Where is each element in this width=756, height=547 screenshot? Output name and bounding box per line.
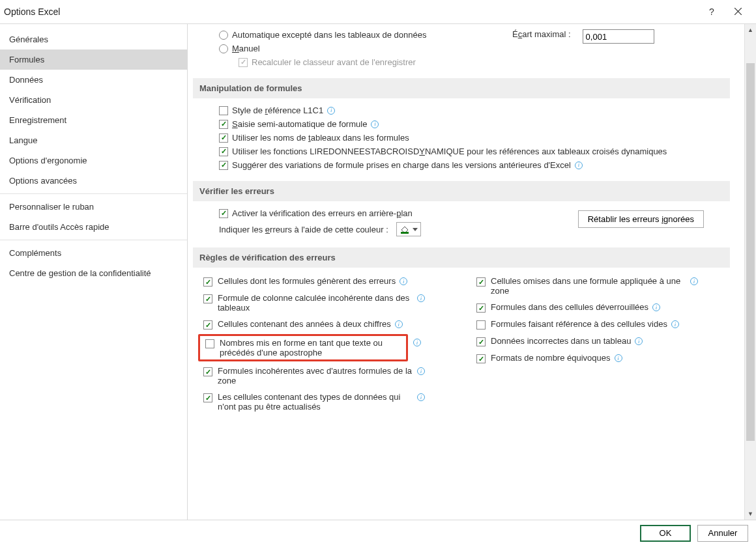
sidebar-item-formulas[interactable]: Formules bbox=[0, 49, 187, 70]
vertical-scrollbar[interactable]: ▲ ▼ bbox=[744, 24, 756, 520]
checkbox-autocomplete[interactable] bbox=[219, 120, 228, 129]
rule-checkbox[interactable] bbox=[476, 277, 486, 287]
info-icon[interactable] bbox=[417, 294, 425, 302]
radio-label: Automatique excepté dans les tableaux de… bbox=[232, 30, 427, 40]
info-icon[interactable] bbox=[395, 320, 403, 328]
checkbox-label: Recalculer le classeur avant de l'enregi… bbox=[252, 57, 416, 67]
rule-row: Les cellules contenant des types de donn… bbox=[203, 389, 457, 415]
max-change-label: Écart maximal : bbox=[512, 29, 571, 39]
close-icon bbox=[734, 8, 742, 15]
rule-row: Cellules omises dans une formule appliqu… bbox=[476, 273, 730, 299]
sidebar-item-customize-ribbon[interactable]: Personnaliser le ruban bbox=[0, 197, 187, 217]
checkbox-label: Saisie semi-automatique de formule bbox=[232, 119, 367, 129]
dialog-footer: OK Annuler bbox=[0, 520, 756, 546]
radio-manual[interactable] bbox=[219, 44, 228, 53]
info-icon[interactable] bbox=[615, 354, 622, 362]
checkbox-label: Utiliser les noms de tableaux dans les f… bbox=[232, 133, 409, 143]
rule-checkbox[interactable] bbox=[476, 303, 486, 313]
help-button[interactable]: ? bbox=[699, 1, 725, 22]
rule-checkbox[interactable] bbox=[203, 320, 212, 330]
dialog-title: Options Excel bbox=[4, 7, 699, 17]
ok-button[interactable]: OK bbox=[640, 525, 691, 542]
rule-label: Formules incohérentes avec d'autres form… bbox=[218, 366, 413, 386]
chevron-down-icon bbox=[413, 228, 418, 231]
checkbox-recalc-before-save bbox=[239, 58, 248, 67]
sidebar-item-data[interactable]: Données bbox=[0, 70, 187, 90]
max-change-input[interactable] bbox=[583, 29, 654, 44]
section-error-rules: Règles de vérification des erreurs bbox=[193, 247, 730, 268]
rule-label: Nombres mis en forme en tant que texte o… bbox=[220, 338, 402, 358]
info-icon[interactable] bbox=[400, 277, 407, 285]
sidebar-item-language[interactable]: Langue bbox=[0, 130, 187, 150]
rule-row: Formule de colonne calculée incohérente … bbox=[203, 290, 457, 316]
rule-label: Cellules contenant des années à deux chi… bbox=[218, 319, 391, 329]
main-panel: Automatique excepté dans les tableaux de… bbox=[188, 24, 756, 520]
rule-row: Formules incohérentes avec d'autres form… bbox=[203, 363, 457, 389]
highlighted-rule: Nombres mis en forme en tant que texte o… bbox=[198, 334, 408, 361]
scroll-down-arrow[interactable]: ▼ bbox=[745, 508, 756, 520]
rule-row: Cellules dont les formules génèrent des … bbox=[203, 273, 457, 290]
sidebar-item-general[interactable]: Générales bbox=[0, 29, 187, 49]
checkbox-table-names[interactable] bbox=[219, 133, 228, 143]
sidebar-item-quick-access[interactable]: Barre d'outils Accès rapide bbox=[0, 217, 187, 237]
sidebar-item-trust-center[interactable]: Centre de gestion de la confidentialité bbox=[0, 263, 187, 283]
cancel-button[interactable]: Annuler bbox=[697, 525, 748, 542]
reset-ignored-errors-button[interactable]: Rétablir les erreurs ignorées bbox=[578, 210, 704, 228]
checkbox-getpivotdata[interactable] bbox=[219, 147, 228, 156]
scroll-up-arrow[interactable]: ▲ bbox=[745, 24, 756, 36]
info-icon[interactable] bbox=[671, 320, 679, 328]
info-icon[interactable] bbox=[413, 339, 421, 346]
sidebar-item-accessibility[interactable]: Options d'ergonomie bbox=[0, 150, 187, 171]
rule-checkbox[interactable] bbox=[203, 367, 212, 376]
rule-row: Cellules contenant des années à deux chi… bbox=[203, 316, 457, 333]
info-icon[interactable] bbox=[417, 393, 425, 401]
rule-row: Formules dans des cellules déverrouillée… bbox=[476, 299, 730, 316]
rule-label: Formats de nombre équivoques bbox=[491, 353, 611, 363]
rule-checkbox[interactable] bbox=[203, 277, 212, 287]
checkbox-label: Suggérer des variations de formule prise… bbox=[232, 160, 571, 170]
rule-label: Formules faisant référence à des cellule… bbox=[491, 319, 667, 329]
title-bar: Options Excel ? bbox=[0, 0, 756, 23]
dialog-body: Générales Formules Données Vérification … bbox=[0, 23, 756, 520]
rule-label: Cellules dont les formules génèrent des … bbox=[218, 276, 396, 286]
rule-label: Les cellules contenant des types de donn… bbox=[218, 392, 413, 412]
info-icon[interactable] bbox=[417, 367, 425, 375]
info-icon[interactable] bbox=[635, 337, 643, 345]
rule-checkbox[interactable] bbox=[203, 393, 212, 402]
info-icon[interactable] bbox=[690, 277, 698, 285]
rule-checkbox[interactable] bbox=[476, 337, 486, 346]
info-icon[interactable] bbox=[575, 161, 583, 169]
rule-label: Formules dans des cellules déverrouillée… bbox=[491, 302, 648, 312]
info-icon[interactable] bbox=[327, 107, 335, 115]
scroll-thumb[interactable] bbox=[746, 63, 755, 441]
info-icon[interactable] bbox=[652, 303, 660, 311]
checkbox-label: Activer la vérification des erreurs en a… bbox=[232, 208, 413, 218]
rule-checkbox[interactable] bbox=[203, 294, 212, 303]
section-error-checking: Vérifier les erreurs bbox=[193, 181, 730, 201]
sidebar-item-addins[interactable]: Compléments bbox=[0, 243, 187, 263]
sidebar-item-proofing[interactable]: Vérification bbox=[0, 90, 187, 110]
rule-row: Formules faisant référence à des cellule… bbox=[476, 316, 730, 333]
close-button[interactable] bbox=[725, 1, 751, 22]
sidebar-item-advanced[interactable]: Options avancées bbox=[0, 171, 187, 191]
radio-auto-except-tables[interactable] bbox=[219, 31, 228, 40]
rule-row: Formats de nombre équivoques bbox=[476, 350, 730, 367]
rule-row: Données incorrectes dans un tableau bbox=[476, 333, 730, 350]
sidebar-item-save[interactable]: Enregistrement bbox=[0, 110, 187, 130]
info-icon[interactable] bbox=[371, 120, 379, 128]
rules-left-column: Cellules dont les formules génèrent des … bbox=[203, 273, 457, 415]
svg-rect-2 bbox=[401, 232, 409, 234]
rule-checkbox[interactable] bbox=[205, 339, 214, 348]
checkbox-r1c1[interactable] bbox=[219, 106, 228, 115]
sidebar-separator bbox=[0, 193, 187, 194]
rule-checkbox[interactable] bbox=[476, 320, 486, 330]
error-color-label: Indiquer les erreurs à l'aide de cette c… bbox=[219, 225, 388, 234]
rules-right-column: Cellules omises dans une formule appliqu… bbox=[476, 273, 730, 415]
rule-label: Données incorrectes dans un tableau bbox=[491, 336, 631, 346]
checkbox-enable-bg-error-check[interactable] bbox=[219, 209, 228, 218]
rule-label: Cellules omises dans une formule appliqu… bbox=[491, 276, 686, 296]
error-color-picker[interactable] bbox=[396, 222, 421, 236]
checkbox-suggest-variations[interactable] bbox=[219, 161, 228, 170]
rule-label: Formule de colonne calculée incohérente … bbox=[218, 293, 413, 313]
rule-checkbox[interactable] bbox=[476, 354, 486, 363]
